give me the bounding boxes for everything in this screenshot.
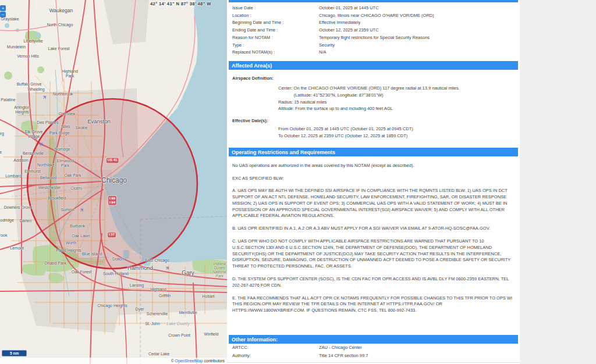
- detail-row: Beginning Date and Time :Effective Immed…: [227, 19, 520, 27]
- altitude-value: From the surface up to and including 400…: [295, 105, 393, 112]
- restrictions-paragraph: C. UAS OPR WHO DO NOT COMPLY WITH APPLIC…: [232, 238, 515, 270]
- map-canvas: [0, 0, 227, 364]
- detail-row: Reason for NOTAM :Temporary flight restr…: [227, 34, 520, 42]
- detail-label: Issue Date :: [232, 5, 319, 12]
- altitude-row: Altitude: From the surface up to and inc…: [278, 105, 520, 112]
- center-value: On the CHICAGO O'HARE VOR/DME (ORD) 117 …: [294, 85, 473, 99]
- effective-to: To October 12, 2025 at 2359 UTC (October…: [278, 133, 520, 140]
- top-section-bar: [229, 0, 518, 2]
- attribution-suffix: contributors: [203, 359, 225, 363]
- radius-row: Radius: 15 nautical miles: [278, 99, 520, 106]
- detail-row: Ending Date and Time :October 12, 2025 a…: [227, 27, 520, 34]
- detail-label: Reason for NOTAM :: [232, 34, 319, 42]
- detail-value: October 01, 2025 at 1445 UTC: [319, 5, 520, 12]
- other-value: ZAU - Chicago Center: [319, 344, 520, 352]
- center-row: Center: On the CHICAGO O'HARE VOR/DME (O…: [278, 85, 520, 99]
- route-shield: US 41: [107, 158, 119, 163]
- map-attribution: © OpenStreetMap contributors: [0, 358, 227, 364]
- detail-value: October 12, 2025 at 2359 UTC: [319, 27, 520, 34]
- detail-label: Type :: [232, 42, 319, 49]
- radius-label: Radius:: [278, 99, 294, 106]
- detail-row: Type :Security: [227, 42, 520, 49]
- zoom-in-button[interactable]: +: [0, 5, 6, 11]
- route-shield: I 57: [108, 232, 116, 237]
- other-value: Title 14 CFR section 99.7: [319, 352, 520, 360]
- openstreetmap-link[interactable]: OpenStreetMap: [175, 359, 203, 363]
- notam-panel: Issue Date :October 01, 2025 at 1445 UTC…: [227, 0, 596, 364]
- other-label: Authority:: [232, 352, 319, 360]
- section-header-affected-areas: Affected Area(s): [229, 61, 518, 70]
- altitude-label: Altitude:: [278, 105, 295, 112]
- restrictions-paragraph: A. UAS OPS MAY BE AUTH WI THE DEFINED SS…: [232, 188, 515, 219]
- detail-row: Issue Date :October 01, 2025 at 1445 UTC: [227, 5, 520, 12]
- detail-value: Security: [319, 42, 520, 49]
- zoom-out-button[interactable]: −: [0, 12, 6, 17]
- tfr-circle: [27, 99, 197, 269]
- detail-row: Replaced NOTAM(s) :N/A: [227, 49, 520, 56]
- detail-value: Chicago, Illinois near CHICAGO O'HARE VO…: [319, 12, 520, 20]
- other-row: ARTCC:ZAU - Chicago Center: [227, 344, 520, 352]
- map-coordinates: 42° 14' 41" N 87° 38' 48" W: [150, 1, 211, 6]
- map-pane[interactable]: WaukeganGrayslakeNorth ChicagoLibertyvil…: [0, 0, 227, 364]
- map-scale-bar: 5 nm: [2, 350, 27, 356]
- detail-value: Temporary flight restrictions for Specia…: [319, 34, 520, 42]
- effective-dates-title: Effective Date(s):: [227, 117, 520, 124]
- detail-label: Ending Date and Time :: [232, 27, 319, 34]
- detail-label: Location :: [232, 12, 319, 20]
- detail-value: N/A: [319, 49, 520, 56]
- route-shield: I 90 I 94: [108, 196, 116, 205]
- center-label: Center:: [278, 85, 294, 99]
- content-end-divider: [227, 362, 520, 363]
- restrictions-paragraph: D. THE SYSTEM OPS SUPPORT CENTER (SOSC),…: [232, 276, 515, 289]
- section-header-other-information: Other Information:: [229, 335, 518, 344]
- airspace-definition-title: Airspace Definition:: [227, 75, 520, 81]
- restrictions-paragraph: B. UAS OPR IDENTIFIED IN A.1, A.2 OR A.3…: [232, 226, 515, 232]
- other-label: ARTCC:: [232, 344, 319, 352]
- map-zoom-control: + −: [0, 5, 6, 18]
- restrictions-paragraph: E. THE FAA RECOMMENDS THAT ALL ACFT OPR …: [232, 295, 515, 314]
- notam-content: Issue Date :October 01, 2025 at 1445 UTC…: [227, 0, 520, 364]
- detail-label: Beginning Date and Time :: [232, 19, 319, 27]
- attribution-prefix: ©: [171, 359, 174, 363]
- detail-value: Effective Immediately: [319, 19, 520, 27]
- restrictions-paragraph: EXC AS SPECIFIED BLW:: [232, 176, 515, 182]
- other-row: Authority:Title 14 CFR section 99.7: [227, 352, 520, 360]
- effective-from: From October 01, 2025 at 1445 UTC (Octob…: [278, 126, 520, 133]
- radius-value: 15 nautical miles: [294, 99, 327, 106]
- restrictions-paragraph: No UAS operations are authorized in the …: [232, 163, 515, 169]
- section-header-operating-restrictions: Operating Restrictions and Requirements: [229, 148, 518, 156]
- detail-row: Location :Chicago, Illinois near CHICAGO…: [227, 12, 520, 20]
- detail-label: Replaced NOTAM(s) :: [232, 49, 319, 56]
